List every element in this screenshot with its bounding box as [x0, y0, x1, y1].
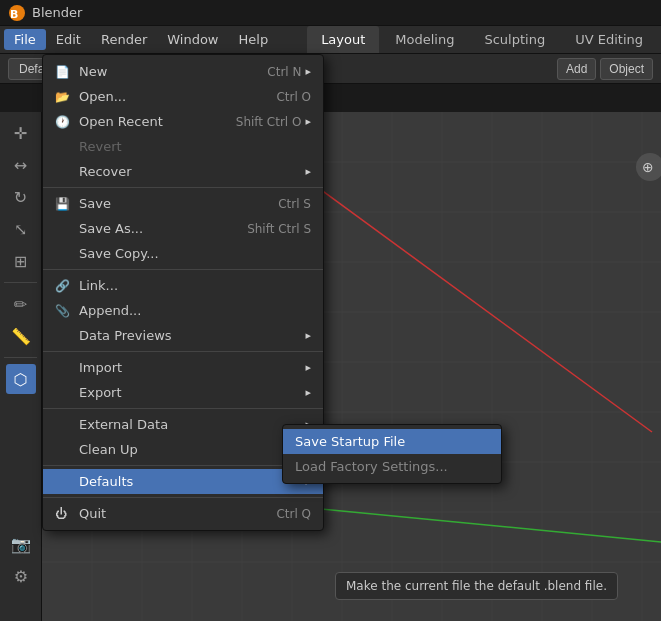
file-menu-clean-up[interactable]: Clean Up ▸	[43, 437, 323, 462]
file-menu-append[interactable]: 📎 Append...	[43, 298, 323, 323]
file-menu-new[interactable]: 📄 New Ctrl N ▸	[43, 59, 323, 84]
file-menu-quit-label: Quit	[79, 506, 106, 521]
file-menu-link[interactable]: 🔗 Link...	[43, 273, 323, 298]
file-menu-save-copy-label: Save Copy...	[79, 246, 159, 261]
sidebar-separator	[4, 282, 37, 283]
save-icon: 💾	[55, 197, 75, 211]
blender-logo-icon: B	[8, 4, 26, 22]
file-menu-save-as-label: Save As...	[79, 221, 143, 236]
sidebar-separator2	[4, 357, 37, 358]
file-menu-recover[interactable]: Recover ▸	[43, 159, 323, 184]
sidebar-move-icon[interactable]: ↔	[6, 150, 36, 180]
file-menu-revert: Revert	[43, 134, 323, 159]
file-menu-defaults[interactable]: Defaults ▸	[43, 469, 323, 494]
file-menu-new-shortcut: Ctrl N	[267, 65, 301, 79]
file-menu-open-recent-label: Open Recent	[79, 114, 163, 129]
menu-sep-2	[43, 269, 323, 270]
file-menu-save-as[interactable]: Save As... Shift Ctrl S	[43, 216, 323, 241]
recent-icon: 🕐	[55, 115, 75, 129]
file-menu-quit-shortcut: Ctrl Q	[276, 507, 311, 521]
add-button[interactable]: Add	[557, 58, 596, 80]
sidebar-camera-icon[interactable]: 📷	[6, 529, 36, 559]
defaults-submenu: Save Startup File Load Factory Settings.…	[282, 424, 502, 484]
svg-text:⊕: ⊕	[642, 159, 654, 175]
save-startup-file-item[interactable]: Save Startup File	[283, 429, 501, 454]
menu-sep-5	[43, 465, 323, 466]
sidebar-cursor-icon[interactable]: ✛	[6, 118, 36, 148]
file-menu-save-as-shortcut: Shift Ctrl S	[247, 222, 311, 236]
file-menu-import[interactable]: Import ▸	[43, 355, 323, 380]
tab-modeling[interactable]: Modeling	[381, 26, 468, 53]
sidebar-transform-icon[interactable]: ⊞	[6, 246, 36, 276]
file-menu-revert-label: Revert	[79, 139, 122, 154]
new-arrow-icon: ▸	[305, 65, 311, 78]
sidebar-scale-icon[interactable]: ⤡	[6, 214, 36, 244]
menu-edit[interactable]: Edit	[46, 29, 91, 50]
tab-uv-editing[interactable]: UV Editing	[561, 26, 657, 53]
import-arrow-icon: ▸	[305, 361, 311, 374]
menu-render[interactable]: Render	[91, 29, 157, 50]
new-file-icon: 📄	[55, 65, 75, 79]
file-menu-clean-up-label: Clean Up	[79, 442, 138, 457]
file-menu-open-recent-shortcut: Shift Ctrl O	[236, 115, 302, 129]
file-menu-data-previews-label: Data Previews	[79, 328, 172, 343]
file-menu-open-recent[interactable]: 🕐 Open Recent Shift Ctrl O ▸	[43, 109, 323, 134]
sidebar-rotate-icon[interactable]: ↻	[6, 182, 36, 212]
sidebar-add-cube-icon[interactable]: ⬡	[6, 364, 36, 394]
file-menu-new-label: New	[79, 64, 107, 79]
save-startup-file-label: Save Startup File	[295, 434, 405, 449]
sidebar-annotate-icon[interactable]: ✏	[6, 289, 36, 319]
recent-arrow-icon: ▸	[305, 115, 311, 128]
file-menu-link-label: Link...	[79, 278, 118, 293]
menu-sep-1	[43, 187, 323, 188]
file-menu-open[interactable]: 📂 Open... Ctrl O	[43, 84, 323, 109]
load-factory-settings-item[interactable]: Load Factory Settings...	[283, 454, 501, 479]
svg-text:B: B	[10, 8, 18, 21]
menu-help[interactable]: Help	[229, 29, 279, 50]
sidebar-measure-icon[interactable]: 📏	[6, 321, 36, 351]
append-icon: 📎	[55, 304, 75, 318]
tab-sculpting[interactable]: Sculpting	[470, 26, 559, 53]
file-menu-open-shortcut: Ctrl O	[276, 90, 311, 104]
object-button[interactable]: Object	[600, 58, 653, 80]
export-arrow-icon: ▸	[305, 386, 311, 399]
sidebar-settings-icon[interactable]: ⚙	[6, 561, 36, 591]
app-title: Blender	[32, 5, 82, 20]
file-menu-export-label: Export	[79, 385, 122, 400]
menu-bar: File Edit Render Window Help Layout Mode…	[0, 26, 661, 54]
file-menu-save-copy[interactable]: Save Copy...	[43, 241, 323, 266]
file-menu-import-label: Import	[79, 360, 122, 375]
file-menu-quit[interactable]: ⏻ Quit Ctrl Q	[43, 501, 323, 526]
link-icon: 🔗	[55, 279, 75, 293]
file-menu-open-label: Open...	[79, 89, 126, 104]
open-icon: 📂	[55, 90, 75, 104]
tab-layout[interactable]: Layout	[307, 26, 379, 53]
file-menu-external-data[interactable]: External Data ▸	[43, 412, 323, 437]
file-menu-save-shortcut: Ctrl S	[278, 197, 311, 211]
menu-sep-6	[43, 497, 323, 498]
menu-window[interactable]: Window	[157, 29, 228, 50]
file-menu-save[interactable]: 💾 Save Ctrl S	[43, 191, 323, 216]
recover-arrow-icon: ▸	[305, 165, 311, 178]
menu-sep-4	[43, 408, 323, 409]
data-previews-arrow-icon: ▸	[305, 329, 311, 342]
menu-sep-3	[43, 351, 323, 352]
quit-icon: ⏻	[55, 507, 75, 521]
file-menu-append-label: Append...	[79, 303, 141, 318]
tooltip-text: Make the current file the default .blend…	[346, 579, 607, 593]
file-menu-export[interactable]: Export ▸	[43, 380, 323, 405]
tooltip: Make the current file the default .blend…	[335, 572, 618, 600]
load-factory-settings-label: Load Factory Settings...	[295, 459, 448, 474]
file-menu-defaults-label: Defaults	[79, 474, 133, 489]
file-menu-data-previews[interactable]: Data Previews ▸	[43, 323, 323, 348]
file-menu-save-label: Save	[79, 196, 111, 211]
menu-file[interactable]: File	[4, 29, 46, 50]
left-sidebar: ✛ ↔ ↻ ⤡ ⊞ ✏ 📏 ⬡ 📷 ⚙	[0, 112, 42, 621]
file-menu-external-data-label: External Data	[79, 417, 168, 432]
top-bar: B Blender	[0, 0, 661, 26]
file-menu-recover-label: Recover	[79, 164, 132, 179]
